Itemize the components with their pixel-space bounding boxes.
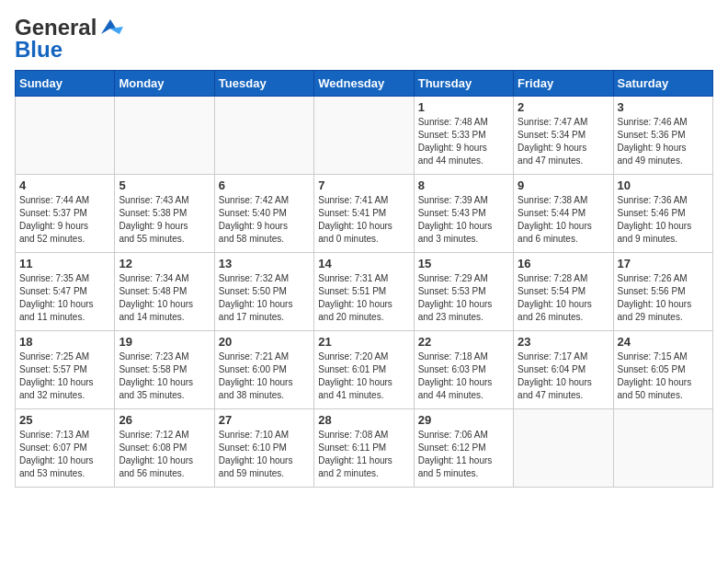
logo-bird-icon xyxy=(97,17,123,36)
day-number: 15 xyxy=(418,257,509,270)
calendar-table: SundayMondayTuesdayWednesdayThursdayFrid… xyxy=(15,70,713,488)
week-row-1: 1Sunrise: 7:48 AM Sunset: 5:33 PM Daylig… xyxy=(16,97,713,175)
day-number: 8 xyxy=(418,178,509,192)
day-number: 5 xyxy=(119,178,210,192)
day-number: 18 xyxy=(19,335,110,349)
calendar-cell: 27Sunrise: 7:10 AM Sunset: 6:10 PM Dayli… xyxy=(214,409,313,488)
weekday-header-sunday: Sunday xyxy=(16,71,115,97)
calendar-cell: 8Sunrise: 7:39 AM Sunset: 5:43 PM Daylig… xyxy=(414,175,513,253)
day-number: 12 xyxy=(119,257,210,270)
calendar-cell: 28Sunrise: 7:08 AM Sunset: 6:11 PM Dayli… xyxy=(314,409,414,488)
weekday-header-thursday: Thursday xyxy=(414,71,513,97)
calendar-cell: 2Sunrise: 7:47 AM Sunset: 5:34 PM Daylig… xyxy=(514,97,613,175)
day-info: Sunrise: 7:34 AM Sunset: 5:48 PM Dayligh… xyxy=(119,272,210,324)
day-number: 13 xyxy=(219,257,310,270)
day-number: 10 xyxy=(618,178,709,192)
day-info: Sunrise: 7:43 AM Sunset: 5:38 PM Dayligh… xyxy=(119,194,210,246)
day-number: 29 xyxy=(418,413,509,427)
calendar-cell xyxy=(214,97,313,175)
calendar-cell: 26Sunrise: 7:12 AM Sunset: 6:08 PM Dayli… xyxy=(115,409,214,488)
calendar-cell: 29Sunrise: 7:06 AM Sunset: 6:12 PM Dayli… xyxy=(414,409,513,488)
day-info: Sunrise: 7:13 AM Sunset: 6:07 PM Dayligh… xyxy=(19,429,110,480)
day-info: Sunrise: 7:47 AM Sunset: 5:34 PM Dayligh… xyxy=(518,116,609,167)
day-number: 20 xyxy=(219,335,310,349)
calendar-cell: 14Sunrise: 7:31 AM Sunset: 5:51 PM Dayli… xyxy=(314,253,414,331)
day-info: Sunrise: 7:48 AM Sunset: 5:33 PM Dayligh… xyxy=(418,116,509,167)
day-number: 19 xyxy=(119,335,210,349)
day-info: Sunrise: 7:42 AM Sunset: 5:40 PM Dayligh… xyxy=(219,194,310,246)
calendar-cell xyxy=(115,97,214,175)
calendar-cell: 16Sunrise: 7:28 AM Sunset: 5:54 PM Dayli… xyxy=(514,253,613,331)
day-number: 4 xyxy=(19,178,110,192)
week-row-2: 4Sunrise: 7:44 AM Sunset: 5:37 PM Daylig… xyxy=(16,175,713,253)
day-info: Sunrise: 7:31 AM Sunset: 5:51 PM Dayligh… xyxy=(318,272,409,324)
calendar-cell: 13Sunrise: 7:32 AM Sunset: 5:50 PM Dayli… xyxy=(214,253,313,331)
calendar-cell: 21Sunrise: 7:20 AM Sunset: 6:01 PM Dayli… xyxy=(314,331,414,409)
day-info: Sunrise: 7:18 AM Sunset: 6:03 PM Dayligh… xyxy=(418,350,509,402)
calendar-cell: 23Sunrise: 7:17 AM Sunset: 6:04 PM Dayli… xyxy=(514,331,613,409)
day-info: Sunrise: 7:21 AM Sunset: 6:00 PM Dayligh… xyxy=(219,350,310,402)
weekday-header-row: SundayMondayTuesdayWednesdayThursdayFrid… xyxy=(16,71,713,97)
calendar-cell: 22Sunrise: 7:18 AM Sunset: 6:03 PM Dayli… xyxy=(414,331,513,409)
calendar-cell xyxy=(16,97,115,175)
day-number: 3 xyxy=(618,100,709,114)
logo-blue-text: Blue xyxy=(15,37,63,63)
weekday-header-saturday: Saturday xyxy=(613,71,712,97)
day-number: 7 xyxy=(318,178,409,192)
day-info: Sunrise: 7:26 AM Sunset: 5:56 PM Dayligh… xyxy=(618,272,709,324)
day-number: 1 xyxy=(418,100,509,114)
day-info: Sunrise: 7:44 AM Sunset: 5:37 PM Dayligh… xyxy=(19,194,110,246)
calendar-cell: 6Sunrise: 7:42 AM Sunset: 5:40 PM Daylig… xyxy=(214,175,313,253)
day-info: Sunrise: 7:10 AM Sunset: 6:10 PM Dayligh… xyxy=(219,429,310,480)
week-row-5: 25Sunrise: 7:13 AM Sunset: 6:07 PM Dayli… xyxy=(16,409,713,488)
calendar-cell: 1Sunrise: 7:48 AM Sunset: 5:33 PM Daylig… xyxy=(414,97,513,175)
calendar-cell xyxy=(314,97,414,175)
weekday-header-monday: Monday xyxy=(115,71,214,97)
day-info: Sunrise: 7:32 AM Sunset: 5:50 PM Dayligh… xyxy=(219,272,310,324)
day-number: 14 xyxy=(318,257,409,270)
calendar-cell: 9Sunrise: 7:38 AM Sunset: 5:44 PM Daylig… xyxy=(514,175,613,253)
day-info: Sunrise: 7:36 AM Sunset: 5:46 PM Dayligh… xyxy=(618,194,709,246)
weekday-header-wednesday: Wednesday xyxy=(314,71,414,97)
day-info: Sunrise: 7:41 AM Sunset: 5:41 PM Dayligh… xyxy=(318,194,409,246)
calendar-cell: 17Sunrise: 7:26 AM Sunset: 5:56 PM Dayli… xyxy=(613,253,712,331)
calendar-cell: 12Sunrise: 7:34 AM Sunset: 5:48 PM Dayli… xyxy=(115,253,214,331)
day-number: 26 xyxy=(119,413,210,427)
weekday-header-friday: Friday xyxy=(514,71,613,97)
day-number: 11 xyxy=(19,257,110,270)
calendar-cell: 7Sunrise: 7:41 AM Sunset: 5:41 PM Daylig… xyxy=(314,175,414,253)
day-info: Sunrise: 7:08 AM Sunset: 6:11 PM Dayligh… xyxy=(318,429,409,480)
logo: General Blue xyxy=(15,15,123,63)
day-info: Sunrise: 7:23 AM Sunset: 5:58 PM Dayligh… xyxy=(119,350,210,402)
day-number: 2 xyxy=(518,100,609,114)
day-number: 22 xyxy=(418,335,509,349)
day-info: Sunrise: 7:17 AM Sunset: 6:04 PM Dayligh… xyxy=(518,350,609,402)
day-number: 25 xyxy=(19,413,110,427)
calendar-cell: 24Sunrise: 7:15 AM Sunset: 6:05 PM Dayli… xyxy=(613,331,712,409)
calendar-cell: 10Sunrise: 7:36 AM Sunset: 5:46 PM Dayli… xyxy=(613,175,712,253)
day-info: Sunrise: 7:06 AM Sunset: 6:12 PM Dayligh… xyxy=(418,429,509,480)
day-number: 28 xyxy=(318,413,409,427)
calendar-cell xyxy=(613,409,712,488)
calendar-cell: 4Sunrise: 7:44 AM Sunset: 5:37 PM Daylig… xyxy=(16,175,115,253)
day-number: 6 xyxy=(219,178,310,192)
calendar-cell: 15Sunrise: 7:29 AM Sunset: 5:53 PM Dayli… xyxy=(414,253,513,331)
day-info: Sunrise: 7:25 AM Sunset: 5:57 PM Dayligh… xyxy=(19,350,110,402)
day-info: Sunrise: 7:39 AM Sunset: 5:43 PM Dayligh… xyxy=(418,194,509,246)
calendar-cell: 19Sunrise: 7:23 AM Sunset: 5:58 PM Dayli… xyxy=(115,331,214,409)
calendar-cell xyxy=(514,409,613,488)
day-number: 24 xyxy=(618,335,709,349)
calendar-cell: 11Sunrise: 7:35 AM Sunset: 5:47 PM Dayli… xyxy=(16,253,115,331)
day-info: Sunrise: 7:15 AM Sunset: 6:05 PM Dayligh… xyxy=(618,350,709,402)
day-info: Sunrise: 7:12 AM Sunset: 6:08 PM Dayligh… xyxy=(119,429,210,480)
day-number: 16 xyxy=(518,257,609,270)
day-info: Sunrise: 7:20 AM Sunset: 6:01 PM Dayligh… xyxy=(318,350,409,402)
week-row-4: 18Sunrise: 7:25 AM Sunset: 5:57 PM Dayli… xyxy=(16,331,713,409)
day-info: Sunrise: 7:38 AM Sunset: 5:44 PM Dayligh… xyxy=(518,194,609,246)
day-info: Sunrise: 7:28 AM Sunset: 5:54 PM Dayligh… xyxy=(518,272,609,324)
calendar-cell: 25Sunrise: 7:13 AM Sunset: 6:07 PM Dayli… xyxy=(16,409,115,488)
calendar-cell: 18Sunrise: 7:25 AM Sunset: 5:57 PM Dayli… xyxy=(16,331,115,409)
day-number: 23 xyxy=(518,335,609,349)
calendar-cell: 20Sunrise: 7:21 AM Sunset: 6:00 PM Dayli… xyxy=(214,331,313,409)
day-info: Sunrise: 7:29 AM Sunset: 5:53 PM Dayligh… xyxy=(418,272,509,324)
